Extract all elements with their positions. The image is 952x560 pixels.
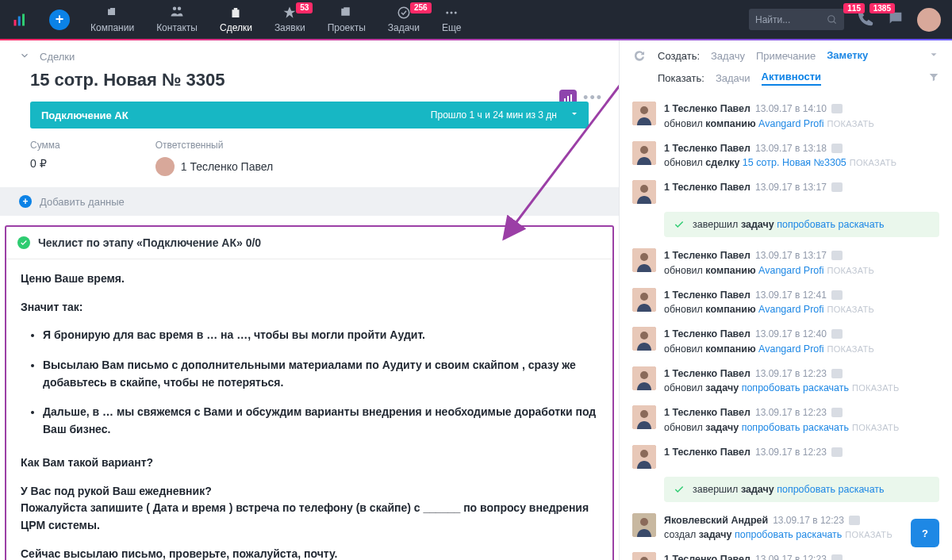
deal-title: 15 сотр. Новая № 3305	[0, 63, 619, 102]
show-tasks[interactable]: Задачи	[716, 72, 750, 84]
avatar	[632, 327, 656, 351]
chevron-down-icon[interactable]	[928, 49, 939, 63]
avatar	[632, 102, 656, 125]
create-memo[interactable]: Заметку	[827, 49, 868, 63]
feed-date: 13.09.17 в 12:23	[773, 513, 844, 527]
plus-icon: +	[19, 195, 32, 208]
nav-Контакты[interactable]: Контакты	[145, 0, 209, 39]
svg-point-20	[640, 293, 648, 301]
create-note[interactable]: Примечание	[756, 50, 816, 62]
feed-item: 1 Тесленко Павел13.09.17 в 13:18обновил …	[620, 136, 952, 176]
nav-Еще[interactable]: Еще	[431, 0, 472, 39]
feed-completed: завершил задачу попробовать раскачать	[664, 212, 939, 237]
show-link[interactable]: ПОКАЗАТЬ	[845, 530, 892, 539]
avatar	[632, 513, 656, 537]
main-nav: КомпанииКонтактыСделкиЗаявки53ПроектыЗад…	[79, 0, 473, 39]
feed-link[interactable]: попробовать раскачать	[777, 219, 884, 230]
check-circle-icon	[17, 236, 30, 249]
feed-link[interactable]: Avangard Profi	[758, 265, 823, 276]
quick-add-button[interactable]: +	[40, 0, 79, 39]
checklist-body: Ценю Ваше время. Значит так: Я бронирую …	[6, 259, 612, 560]
checklist-title: Чеклист по этапу «Подключение АК» 0/0	[38, 236, 261, 249]
activity-sidebar: Создать: Задачу Примечание Заметку Показ…	[619, 40, 952, 560]
notification-chat[interactable]: 1385	[887, 10, 904, 29]
search-input[interactable]	[755, 14, 827, 25]
help-button[interactable]: ?	[911, 519, 939, 547]
comment-icon[interactable]	[849, 516, 860, 525]
show-link[interactable]: ПОКАЗАТЬ	[827, 305, 875, 314]
feed-user: 1 Тесленко Павел	[664, 141, 750, 156]
feed-link[interactable]: попробовать раскачать	[742, 422, 849, 433]
feed-user: 1 Тесленко Павел	[664, 445, 750, 460]
feed-date: 13.09.17 в 12:23	[755, 552, 827, 560]
filter-icon[interactable]	[928, 71, 939, 85]
feed-link[interactable]: попробовать раскачать	[735, 529, 842, 540]
show-link[interactable]: ПОКАЗАТЬ	[827, 266, 875, 275]
comment-icon[interactable]	[831, 144, 843, 153]
feed-item: 1 Тесленко Павел13.09.17 в 14:10обновил …	[620, 97, 952, 136]
comment-icon[interactable]	[831, 554, 843, 560]
show-link[interactable]: ПОКАЗАТЬ	[852, 423, 900, 432]
show-link[interactable]: ПОКАЗАТЬ	[850, 158, 897, 167]
svg-rect-0	[14, 20, 17, 26]
svg-point-5	[451, 12, 453, 14]
feed-date: 13.09.17 в 13:18	[755, 141, 827, 155]
comment-icon[interactable]	[831, 251, 843, 260]
add-data-button[interactable]: + Добавить данные	[0, 187, 619, 216]
show-activities[interactable]: Активности	[762, 71, 821, 86]
svg-point-28	[640, 450, 648, 458]
comment-icon[interactable]	[831, 329, 843, 339]
feed-link[interactable]: Avangard Profi	[758, 343, 823, 355]
comment-icon[interactable]	[831, 369, 843, 378]
comment-icon[interactable]	[831, 104, 843, 113]
stage-name: Подключение АК	[41, 109, 129, 121]
stage-bar[interactable]: Подключение АК Прошло 1 ч и 24 мин из 3 …	[30, 102, 589, 128]
svg-point-24	[640, 371, 648, 379]
feed-user: 1 Тесленко Павел	[664, 102, 750, 117]
feed-link[interactable]: Avangard Profi	[758, 118, 823, 129]
nav-Сделки[interactable]: Сделки	[209, 0, 263, 39]
feed-item: 1 Тесленко Павел13.09.17 в 12:23обновил …	[620, 362, 952, 401]
nav-Заявки[interactable]: Заявки53	[263, 0, 317, 39]
feed-user: Яковлевский Андрей	[664, 513, 768, 528]
avatar	[632, 288, 656, 312]
responsible-label: Ответственный	[155, 140, 274, 151]
search-icon	[827, 14, 838, 25]
svg-point-6	[455, 12, 457, 14]
feed-date: 13.09.17 в 12:23	[755, 445, 827, 459]
breadcrumb[interactable]: Сделки	[40, 51, 75, 63]
collapse-icon[interactable]	[19, 50, 30, 63]
feed-completed: завершил задачу попробовать раскачать	[664, 477, 939, 502]
top-bar: + КомпанииКонтактыСделкиЗаявки53ПроектыЗ…	[0, 0, 952, 39]
show-link[interactable]: ПОКАЗАТЬ	[852, 383, 900, 393]
feed-user: 1 Тесленко Павел	[664, 180, 750, 195]
responsible-value[interactable]: 1 Тесленко Павел	[155, 157, 274, 176]
sum-label: Сумма	[30, 140, 60, 151]
comment-icon[interactable]	[831, 290, 843, 300]
feed-link[interactable]: попробовать раскачать	[742, 382, 849, 393]
feed-link[interactable]: 15 сотр. Новая №3305	[743, 157, 846, 168]
show-link[interactable]: ПОКАЗАТЬ	[827, 119, 875, 128]
feed-link[interactable]: Avangard Profi	[758, 304, 823, 315]
nav-Проекты[interactable]: Проекты	[317, 0, 377, 39]
comment-icon[interactable]	[831, 408, 843, 417]
feed-date: 13.09.17 в 13:17	[755, 248, 827, 263]
comment-icon[interactable]	[831, 447, 843, 457]
feed-user: 1 Тесленко Павел	[664, 366, 750, 382]
feed-link[interactable]: попробовать раскачать	[777, 484, 884, 495]
nav-Задачи[interactable]: Задачи256	[377, 0, 431, 39]
user-avatar[interactable]	[917, 8, 941, 32]
svg-point-4	[447, 12, 449, 14]
sum-value[interactable]: 0 ₽	[30, 157, 60, 170]
show-label: Показать:	[658, 72, 704, 84]
comment-icon[interactable]	[831, 182, 843, 192]
refresh-icon[interactable]	[632, 48, 647, 63]
checklist-panel: Чеклист по этапу «Подключение АК» 0/0 Це…	[5, 225, 614, 560]
show-link[interactable]: ПОКАЗАТЬ	[827, 344, 875, 354]
nav-Компании[interactable]: Компании	[79, 0, 145, 39]
feed-item: 1 Тесленко Павел13.09.17 в 13:17обновил …	[620, 244, 952, 283]
logo[interactable]	[0, 0, 40, 39]
global-search[interactable]	[749, 9, 844, 30]
create-label: Создать:	[658, 50, 700, 62]
create-task[interactable]: Задачу	[711, 50, 745, 62]
